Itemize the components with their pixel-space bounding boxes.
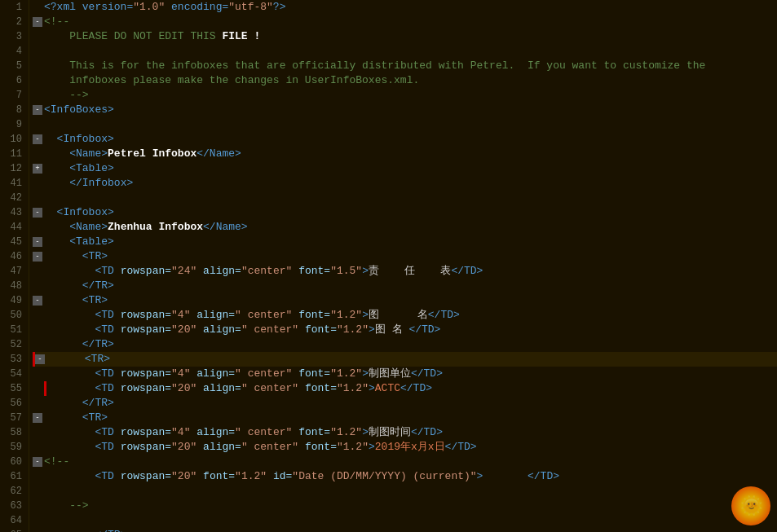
code-line: <TD rowspan="20" align=" center" font="1… (33, 440, 777, 455)
code-line: <TD rowspan="20" align=" center" font="1… (33, 381, 777, 396)
code-line: <TD rowspan="24" align="center" font="1.… (33, 264, 777, 279)
fold-button[interactable]: - (33, 134, 42, 144)
fold-button[interactable]: - (35, 354, 45, 364)
code-line: </TR> (33, 528, 777, 532)
code-line: This is for the infoboxes that are offic… (33, 59, 777, 73)
code-line: - <Infobox> (33, 205, 777, 220)
code-line (33, 513, 777, 528)
code-line: <TD rowspan="4" align=" center" font="1.… (33, 367, 777, 381)
code-line: <TD rowspan="20" font="1.2" id="Date (DD… (33, 469, 777, 484)
line-numbers: 1 2 3 4 5 6 7 8 9 10 11 12 41 42 43 44 4… (0, 0, 29, 532)
code-line: - <InfoBoxes> (33, 103, 777, 117)
fold-button[interactable]: - (33, 208, 42, 218)
code-line: <TD rowspan="4" align=" center" font="1.… (33, 425, 777, 440)
code-line: - <TR> (33, 411, 777, 425)
code-line: --> (33, 499, 777, 513)
code-content: <?xml version="1.0" encoding="utf-8"?> -… (29, 0, 777, 532)
code-line: - <TR> (33, 249, 777, 264)
code-line: </TR> (33, 279, 777, 293)
code-line: </TR> (33, 396, 777, 411)
code-line (33, 191, 777, 205)
fold-button[interactable]: - (33, 17, 42, 27)
watermark: 🌞 (731, 486, 770, 525)
code-line: - <TR> (33, 293, 777, 308)
code-line: - <TR> (33, 352, 777, 367)
code-editor: 1 2 3 4 5 6 7 8 9 10 11 12 41 42 43 44 4… (0, 0, 777, 532)
code-line: PLEASE DO NOT EDIT THIS FILE ! (33, 29, 777, 44)
code-line: <?xml version="1.0" encoding="utf-8"?> (33, 0, 777, 15)
watermark-icon: 🌞 (731, 486, 770, 525)
code-line: - <Table> (33, 235, 777, 249)
code-line: </TR> (33, 337, 777, 352)
code-line: --> (33, 88, 777, 103)
fold-button[interactable]: - (33, 105, 42, 115)
code-line (33, 44, 777, 59)
code-line (33, 484, 777, 499)
code-line: - <!-- (33, 15, 777, 29)
code-line: <Name>Zhenhua Infobox</Name> (33, 220, 777, 235)
fold-button[interactable]: - (33, 413, 42, 423)
fold-button[interactable]: - (33, 252, 42, 262)
code-line: + <Table> (33, 161, 777, 176)
code-line: - <Infobox> (33, 132, 777, 147)
code-line: - <!-- (33, 455, 777, 469)
fold-button[interactable]: - (33, 296, 42, 306)
fold-button[interactable]: + (33, 164, 42, 174)
code-line: infoboxes please make the changes in Use… (33, 73, 777, 88)
code-area: 1 2 3 4 5 6 7 8 9 10 11 12 41 42 43 44 4… (0, 0, 777, 532)
code-line (33, 117, 777, 132)
fold-button[interactable]: - (33, 457, 42, 467)
code-line: <TD rowspan="20" align=" center" font="1… (33, 323, 777, 337)
code-line: </Infobox> (33, 176, 777, 191)
code-line: <Name>Petrel Infobox</Name> (33, 147, 777, 161)
code-line: <TD rowspan="4" align=" center" font="1.… (33, 308, 777, 323)
fold-button[interactable]: - (33, 237, 42, 247)
